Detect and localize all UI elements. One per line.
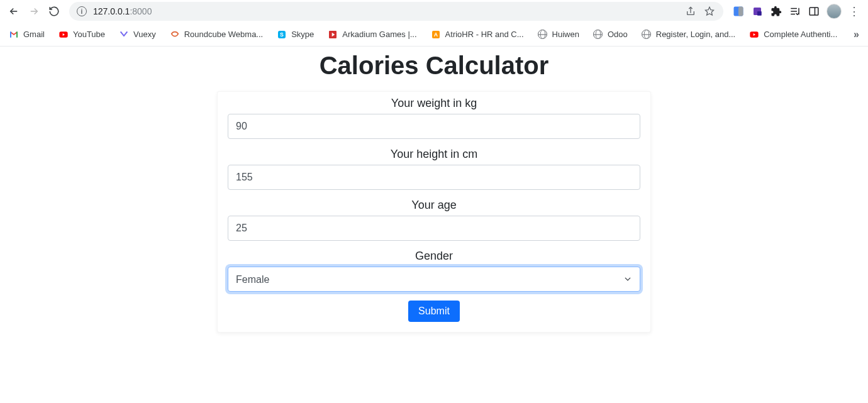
bookmark-skype[interactable]: S Skype (277, 30, 314, 40)
bookmark-label: Huiwen (552, 30, 579, 39)
bookmark-label: Arkadium Games |... (342, 30, 416, 39)
globe-icon (593, 30, 603, 40)
vuexy-icon (119, 30, 129, 40)
bookmark-label: Vuexy (133, 30, 156, 39)
reload-button[interactable] (45, 3, 63, 20)
bookmark-label: Odoo (608, 30, 628, 39)
bookmark-arkadium[interactable]: Arkadium Games |... (328, 30, 416, 40)
bookmark-label: Skype (291, 30, 314, 39)
kebab-menu-icon[interactable]: ⋮ (848, 5, 860, 18)
purple-ext-icon[interactable] (751, 5, 764, 18)
gmail-icon (9, 30, 19, 40)
height-input[interactable] (228, 165, 640, 190)
weight-label: Your weight in kg (228, 97, 640, 110)
bookmark-vuexy[interactable]: Vuexy (119, 30, 156, 40)
calculator-card: Your weight in kg Your height in cm Your… (217, 91, 651, 333)
age-group: Your age (228, 199, 640, 241)
page-content: Calories Calculator Your weight in kg Yo… (0, 47, 868, 333)
svg-text:A: A (433, 31, 438, 38)
bookmark-label: Gmail (23, 30, 45, 39)
globe-icon (538, 30, 548, 40)
bookmark-atriohr[interactable]: A AtrioHR - HR and C... (431, 30, 524, 40)
bookmark-label: Roundcube Webma... (184, 30, 264, 39)
globe-icon (642, 30, 652, 40)
translate-ext-icon[interactable] (732, 5, 745, 18)
submit-button[interactable]: Submit (408, 301, 460, 322)
svg-rect-4 (757, 11, 762, 16)
browser-toolbar: i 127.0.0.1:8000 ⋮ (0, 0, 868, 23)
height-label: Your height in cm (228, 148, 640, 161)
gender-group: Gender Female (228, 250, 640, 292)
youtube-icon (749, 30, 759, 40)
toolbar-right-icons: ⋮ (730, 4, 863, 19)
site-info-icon[interactable]: i (77, 6, 87, 16)
age-input[interactable] (228, 216, 640, 241)
extensions-icon[interactable] (770, 5, 782, 18)
gender-label: Gender (228, 250, 640, 263)
bookmark-label: YouTube (73, 30, 105, 39)
address-bar[interactable]: i 127.0.0.1:8000 (69, 2, 723, 21)
bookmark-label: Register, Login, and... (656, 30, 735, 39)
gender-select[interactable]: Female (228, 267, 640, 292)
skype-icon: S (277, 30, 287, 40)
url-port: :8000 (130, 6, 152, 16)
submit-row: Submit (228, 301, 640, 322)
share-icon[interactable] (684, 5, 697, 18)
youtube-icon (58, 30, 69, 40)
back-button[interactable] (5, 3, 23, 20)
forward-button[interactable] (25, 3, 43, 20)
bookmarks-bar: Gmail YouTube Vuexy Roundcube Webma... S… (0, 23, 868, 47)
bookmarks-overflow-icon[interactable]: » (854, 29, 859, 40)
profile-avatar[interactable] (826, 4, 842, 19)
bookmark-star-icon[interactable] (703, 5, 716, 18)
bookmark-label: Complete Authenti... (764, 30, 837, 39)
weight-input[interactable] (228, 114, 640, 139)
age-label: Your age (228, 199, 640, 212)
bookmark-roundcube[interactable]: Roundcube Webma... (170, 30, 264, 40)
arrow-right-icon (28, 6, 40, 17)
svg-rect-5 (810, 8, 818, 15)
svg-marker-0 (705, 7, 713, 15)
bookmark-youtube[interactable]: YouTube (58, 30, 105, 40)
roundcube-icon (170, 30, 180, 40)
arrow-left-icon (8, 6, 19, 17)
svg-text:S: S (280, 31, 284, 38)
arkadium-icon (328, 30, 338, 40)
page-title: Calories Calculator (0, 52, 868, 80)
bookmark-huiwen[interactable]: Huiwen (538, 30, 579, 40)
weight-group: Your weight in kg (228, 97, 640, 139)
bookmark-register-login[interactable]: Register, Login, and... (642, 30, 735, 40)
reading-list-icon[interactable] (789, 5, 801, 18)
bookmark-complete-auth[interactable]: Complete Authenti... (749, 30, 837, 40)
bookmark-gmail[interactable]: Gmail (9, 30, 45, 40)
panel-icon[interactable] (808, 5, 820, 18)
url-host: 127.0.0.1 (93, 6, 130, 16)
bookmark-odoo[interactable]: Odoo (593, 30, 628, 40)
height-group: Your height in cm (228, 148, 640, 190)
bookmark-label: AtrioHR - HR and C... (445, 30, 524, 39)
atriohr-icon: A (431, 30, 441, 40)
url-text: 127.0.0.1:8000 (93, 6, 678, 16)
reload-icon (48, 6, 60, 17)
svg-rect-2 (738, 7, 743, 16)
